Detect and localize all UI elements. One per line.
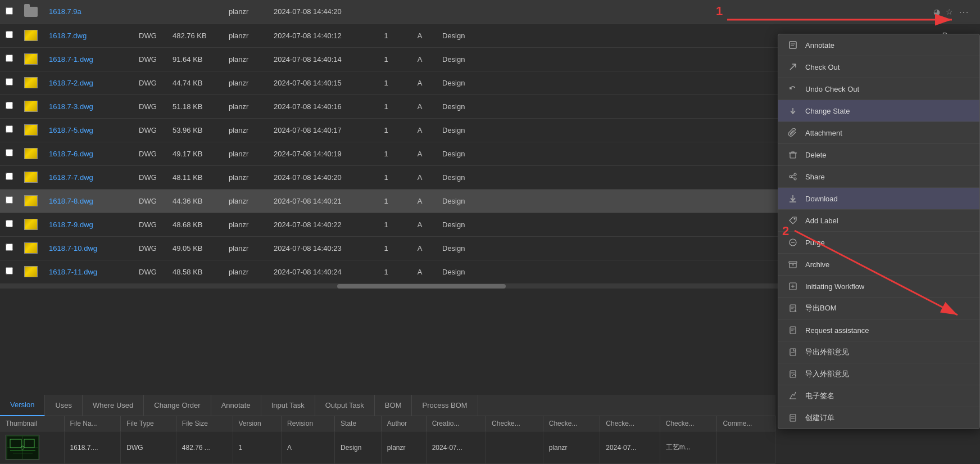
row-checkbox[interactable]: [6, 149, 13, 156]
svg-rect-25: [789, 262, 797, 263]
file-author: planzr: [223, 189, 268, 213]
row-checkbox[interactable]: [6, 244, 13, 251]
menu-item-attachment[interactable]: Attachment: [778, 122, 979, 144]
file-name[interactable]: 1618.7-3.dwg: [43, 94, 133, 118]
file-revision: A: [403, 142, 437, 165]
file-state: Design: [437, 47, 493, 71]
menu-item-add-label[interactable]: Add Label: [778, 210, 979, 232]
menu-item-e-sign[interactable]: 电子签名: [778, 385, 979, 407]
row-checkbox[interactable]: [6, 55, 13, 62]
file-state: Design: [437, 71, 493, 94]
row-checkbox[interactable]: [6, 173, 13, 180]
row-checkbox[interactable]: [6, 125, 13, 133]
file-name[interactable]: 1618.7-6.dwg: [43, 142, 133, 165]
file-revision: [403, 0, 437, 24]
version-cell-comment: [717, 431, 775, 464]
menu-item-import-external[interactable]: 导入外部意见: [778, 363, 979, 385]
annotate-icon: [787, 39, 798, 51]
row-checkbox[interactable]: [6, 102, 13, 109]
file-type: DWG: [133, 47, 167, 71]
row-checkbox[interactable]: [6, 31, 13, 38]
file-name[interactable]: 1618.7.dwg: [43, 24, 133, 47]
file-name[interactable]: 1618.7-8.dwg: [43, 189, 133, 213]
label-icon: [787, 215, 798, 226]
menu-item-check-out[interactable]: Check Out: [778, 56, 979, 78]
tab-uses[interactable]: Uses: [45, 395, 83, 416]
file-name[interactable]: 1618.7-11.dwg: [43, 260, 133, 283]
tab-input-task[interactable]: Input Task: [261, 395, 315, 416]
menu-item-share[interactable]: Share: [778, 166, 979, 188]
scrollbar-thumb[interactable]: [337, 284, 506, 289]
menu-item-create-order[interactable]: 创建订单: [778, 407, 979, 429]
file-version: 1: [369, 260, 403, 283]
row-checkbox[interactable]: [6, 220, 13, 227]
menu-item-archive[interactable]: Archive: [778, 254, 979, 276]
row-checkbox-cell: [0, 213, 19, 236]
file-name[interactable]: 1618.7-5.dwg: [43, 118, 133, 142]
version-cell-checked4: 工艺m...: [660, 431, 717, 464]
more-icon[interactable]: ⋯: [959, 6, 969, 18]
file-name[interactable]: 1618.7.9a: [43, 0, 133, 24]
tab-annotate[interactable]: Annotate: [211, 395, 261, 416]
file-icon-cell: [19, 165, 43, 189]
file-revision: A: [403, 165, 437, 189]
context-menu: AnnotateCheck OutUndo Check OutChange St…: [778, 34, 980, 429]
tab-output-task[interactable]: Output Task: [315, 395, 375, 416]
version-col-header: Comme...: [717, 416, 775, 431]
file-size: 91.64 KB: [167, 47, 223, 71]
menu-item-download[interactable]: Download: [778, 188, 979, 210]
file-size: 53.96 KB: [167, 118, 223, 142]
table-row[interactable]: 1618.7.9aplanzr2024-07-08 14:44:20 ◕ ☆ ⋯: [0, 0, 980, 24]
menu-item-label: Purge: [805, 238, 825, 247]
version-cell-revision: A: [282, 431, 335, 464]
file-version: 1: [369, 165, 403, 189]
svg-line-17: [792, 175, 794, 176]
row-checkbox[interactable]: [6, 78, 13, 85]
menu-item-export-bom[interactable]: 导出BOM: [778, 298, 979, 319]
file-type: DWG: [133, 213, 167, 236]
menu-item-export-external[interactable]: 导出外部意见: [778, 341, 979, 363]
file-type: DWG: [133, 236, 167, 260]
file-name[interactable]: 1618.7-9.dwg: [43, 213, 133, 236]
row-checkbox[interactable]: [6, 267, 13, 274]
action-icons-cell: ◕ ☆ ⋯: [913, 0, 980, 24]
menu-item-label: 导出BOM: [805, 303, 837, 313]
tab-version[interactable]: Version: [0, 395, 45, 416]
menu-item-delete[interactable]: Delete: [778, 144, 979, 166]
star-icon[interactable]: ☆: [946, 7, 953, 16]
file-author: planzr: [223, 142, 268, 165]
delete-icon: [787, 149, 798, 160]
version-col-header: Thumbnail: [0, 416, 64, 431]
file-icon: [24, 30, 38, 41]
file-name[interactable]: 1618.7-2.dwg: [43, 71, 133, 94]
menu-item-undo-check-out[interactable]: Undo Check Out: [778, 78, 979, 100]
file-name[interactable]: 1618.7-1.dwg: [43, 47, 133, 71]
tab-change-order[interactable]: Change Order: [144, 395, 211, 416]
watch-icon[interactable]: ◕: [933, 7, 940, 16]
undo-icon: [787, 83, 798, 94]
menu-item-annotate[interactable]: Annotate: [778, 34, 979, 56]
file-state: Design: [437, 165, 493, 189]
menu-item-initiating-workflow[interactable]: Initiating Workflow: [778, 276, 979, 298]
file-icon: [24, 101, 38, 112]
row-checkbox[interactable]: [6, 7, 13, 15]
menu-item-change-state[interactable]: Change State: [778, 100, 979, 122]
file-revision: A: [403, 47, 437, 71]
file-name[interactable]: 1618.7-10.dwg: [43, 236, 133, 260]
file-type: DWG: [133, 118, 167, 142]
file-icon-cell: [19, 189, 43, 213]
tab-where-used[interactable]: Where Used: [83, 395, 144, 416]
file-date: 2024-07-08 14:40:19: [268, 142, 369, 165]
file-name[interactable]: 1618.7-7.dwg: [43, 165, 133, 189]
row-checkbox[interactable]: [6, 196, 13, 204]
svg-point-15: [790, 175, 792, 178]
file-icon-cell: [19, 47, 43, 71]
file-icon: [24, 77, 38, 88]
file-state: Design: [437, 213, 493, 236]
file-icon-cell: [19, 260, 43, 283]
tab-bom[interactable]: BOM: [375, 395, 412, 416]
menu-item-request-assistance[interactable]: Request assistance: [778, 319, 979, 341]
tab-process-bom[interactable]: Process BOM: [412, 395, 478, 416]
menu-item-purge[interactable]: Purge: [778, 232, 979, 254]
file-date: 2024-07-08 14:40:15: [268, 71, 369, 94]
